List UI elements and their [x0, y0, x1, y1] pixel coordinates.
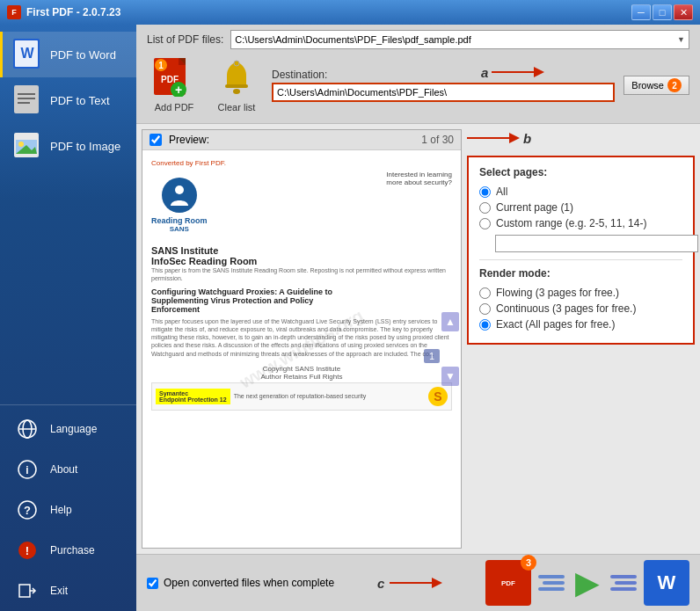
- sidebar-item-pdf-to-image[interactable]: PDF to Image: [0, 123, 136, 169]
- title-bar-buttons[interactable]: ─ □ ✕: [631, 4, 693, 20]
- divider: [479, 259, 682, 260]
- dropdown-arrow-icon: ▼: [677, 35, 685, 44]
- sidebar-item-purchase[interactable]: ! Purchase: [0, 530, 136, 571]
- work-area: Preview: 1 of 30 Converted by First PDF.: [136, 124, 700, 554]
- svg-point-31: [233, 89, 240, 94]
- radio-custom-label: Custom range (e.g. 2-5, 11, 14-): [496, 217, 646, 229]
- nav-up-button[interactable]: ▲: [441, 312, 459, 331]
- clear-list-label: Clear list: [218, 102, 256, 113]
- radio-custom-input[interactable]: [479, 218, 491, 229]
- svg-text:W: W: [20, 46, 34, 61]
- select-pages-title: Select pages:: [479, 166, 682, 178]
- sidebar-item-exit[interactable]: Exit: [0, 571, 136, 611]
- sidebar-item-language[interactable]: Language: [0, 409, 136, 449]
- sidebar-label-pdf-to-word: PDF to Word: [50, 48, 116, 62]
- radio-flowing[interactable]: Flowing (3 pages for free.): [479, 287, 682, 299]
- top-section: List of PDF files: C:\Users\Admin\Docume…: [136, 25, 700, 124]
- annotation-b-arrow: [467, 129, 520, 147]
- svg-text:!: !: [26, 544, 29, 557]
- close-button[interactable]: ✕: [674, 4, 693, 20]
- svg-point-34: [175, 185, 184, 194]
- radio-all-label: All: [496, 185, 507, 198]
- image-icon: [13, 132, 41, 160]
- open-files-checkbox[interactable]: [147, 578, 158, 589]
- annotation-c-area: c: [377, 574, 442, 592]
- radio-exact-input[interactable]: [479, 319, 491, 331]
- toolbar-row: PDF + 1 Add PDF: [136, 51, 700, 123]
- add-pdf-button[interactable]: PDF + 1 Add PDF: [147, 55, 201, 116]
- radio-current-label: Current page (1): [496, 201, 573, 214]
- symantec-logo: SymantecEndpoint Protection 12: [156, 389, 230, 404]
- side-panel: b Select pages: All Current page (1) Cus…: [462, 129, 695, 549]
- radio-custom[interactable]: Custom range (e.g. 2-5, 11, 14-): [479, 217, 682, 229]
- interested-text: Interested in learningmore about securit…: [383, 171, 452, 186]
- browse-badge: 2: [667, 78, 682, 92]
- title-bar-left: F First PDF - 2.0.7.23: [7, 5, 120, 19]
- purchase-icon: !: [13, 536, 41, 564]
- convert-icons-area: PDF 3 ▶: [485, 560, 689, 606]
- radio-current[interactable]: Current page (1): [479, 201, 682, 214]
- title-bar: F First PDF - 2.0.7.23 ─ □ ✕: [0, 0, 700, 25]
- exit-icon: [13, 577, 41, 605]
- symantec-sub: The next generation of reputation-based …: [234, 393, 425, 399]
- radio-flowing-label: Flowing (3 pages for free.): [496, 287, 619, 299]
- clear-list-button[interactable]: Clear list: [210, 55, 263, 116]
- radio-exact-label: Exact (All pages for free.): [496, 318, 615, 331]
- maximize-button[interactable]: □: [653, 4, 672, 20]
- app-icon: F: [7, 5, 21, 19]
- convert-badge: 3: [521, 555, 536, 571]
- app-body: W PDF to Word PDF to Text: [0, 25, 700, 611]
- main-title-area: SANS InstituteInfoSec Reading Room www.w…: [151, 245, 452, 411]
- browse-button[interactable]: Browse 2: [623, 76, 689, 95]
- minimize-button[interactable]: ─: [631, 4, 651, 20]
- pdf-label: PDF: [501, 579, 515, 587]
- content-area: List of PDF files: C:\Users\Admin\Docume…: [136, 25, 700, 611]
- section-title: Configuring Watchguard Proxies: A Guidel…: [151, 287, 452, 314]
- bell-icon: [218, 58, 255, 97]
- nav-down-button[interactable]: ▼: [441, 367, 459, 386]
- wave-line-1: [538, 575, 565, 578]
- render-mode-title: Render mode:: [479, 267, 682, 280]
- sidebar-item-help[interactable]: ? Help: [0, 490, 136, 530]
- radio-all-input[interactable]: [479, 186, 491, 198]
- word-convert-icon: W: [644, 560, 689, 606]
- wave-lines-2: [610, 575, 637, 591]
- file-list-container: C:\Users\Admin\Documents\PDF_Files\pdf_s…: [230, 30, 689, 49]
- symantec-s-logo: S: [428, 387, 448, 406]
- sidebar-item-pdf-to-word[interactable]: W PDF to Word: [0, 32, 136, 77]
- file-dropdown[interactable]: C:\Users\Admin\Documents\PDF_Files\pdf_s…: [230, 30, 689, 49]
- radio-continuous[interactable]: Continuous (3 pages for free.): [479, 302, 682, 315]
- custom-range-input[interactable]: [495, 235, 698, 252]
- destination-input[interactable]: [272, 83, 615, 102]
- reading-room-logo: [162, 178, 197, 213]
- svg-point-9: [18, 142, 24, 147]
- wave-line-3: [538, 587, 565, 591]
- preview-checkbox[interactable]: [149, 134, 162, 146]
- sidebar-item-pdf-to-text[interactable]: PDF to Text: [0, 77, 136, 123]
- body-text-2: This paper focuses upon the layered use …: [151, 317, 452, 357]
- pdf-convert-icon: PDF 3: [485, 560, 531, 606]
- nav-arrows: ▲ ▼: [441, 312, 459, 386]
- radio-exact[interactable]: Exact (All pages for free.): [479, 318, 682, 331]
- svg-text:1: 1: [158, 61, 164, 70]
- sidebar-label-pdf-to-text: PDF to Text: [50, 94, 110, 107]
- radio-continuous-label: Continuous (3 pages for free.): [496, 302, 636, 315]
- radio-continuous-input[interactable]: [479, 303, 491, 315]
- word-icon-label: W: [658, 571, 676, 594]
- radio-all[interactable]: All: [479, 185, 682, 198]
- annotation-a-area: a: [481, 63, 544, 81]
- sidebar-item-about[interactable]: i About: [0, 449, 136, 490]
- open-check-area: Open converted files when complete: [147, 577, 334, 589]
- permission-text: This paper is from the SANS Institute Re…: [151, 266, 452, 282]
- radio-current-input[interactable]: [479, 202, 491, 214]
- converted-by-text: Converted by First PDF.: [151, 159, 452, 167]
- radio-flowing-input[interactable]: [479, 287, 491, 299]
- sans-label: SANS: [170, 225, 189, 233]
- select-pages-box: Select pages: All Current page (1) Custo…: [467, 156, 695, 345]
- sidebar-label-help: Help: [50, 504, 72, 516]
- browse-label: Browse: [631, 80, 664, 91]
- wave-lines: [538, 575, 565, 591]
- pdf-icon-container: PDF + 1: [154, 58, 189, 97]
- text-icon: [13, 86, 41, 114]
- svg-point-32: [234, 61, 239, 66]
